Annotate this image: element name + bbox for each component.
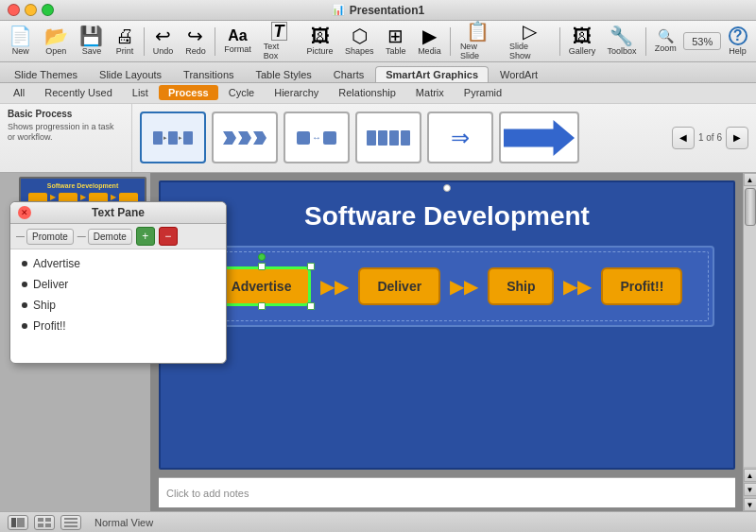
zoom-value-display[interactable]: 53% xyxy=(683,32,721,50)
smartart-diagram[interactable]: Advertise ▶▶ xyxy=(180,246,714,327)
text-pane-title: Text Pane xyxy=(92,206,145,219)
sa-tab-cycle[interactable]: Cycle xyxy=(219,85,265,100)
sa-tab-pyramid[interactable]: Pyramid xyxy=(455,85,511,100)
handle-bc[interactable] xyxy=(258,302,266,310)
toolbar-textbox[interactable]: T Text Box xyxy=(258,20,301,62)
slide-canvas[interactable]: Software Development Advertise xyxy=(159,180,735,470)
scroll-thumb[interactable] xyxy=(745,188,756,226)
flow-arrow-2: ▶▶ xyxy=(450,275,478,298)
handle-br[interactable] xyxy=(307,302,315,310)
maximize-button[interactable] xyxy=(42,4,54,16)
save-icon: 💾 xyxy=(79,26,103,45)
scroll-expand-down[interactable]: ▼ xyxy=(744,483,757,496)
sa-gallery-item-2[interactable] xyxy=(212,112,278,163)
promote-button[interactable]: Promote xyxy=(26,229,74,245)
tab-wordart[interactable]: WordArt xyxy=(490,66,548,82)
sa-next-button[interactable]: ▶ xyxy=(726,127,748,149)
svg-rect-6 xyxy=(64,518,77,520)
tab-charts[interactable]: Charts xyxy=(323,66,374,82)
toolbar-slideshow[interactable]: ▷ Slide Show xyxy=(504,20,555,62)
minimize-button[interactable] xyxy=(25,4,37,16)
view-normal-button[interactable] xyxy=(8,515,28,530)
toolbar-undo[interactable]: ↩ Undo xyxy=(147,25,178,58)
toolbar-shapes[interactable]: ⬡ Shapes xyxy=(340,25,379,58)
handle-tr[interactable] xyxy=(307,263,315,270)
toolbar-media[interactable]: ▶ Media xyxy=(413,25,446,58)
vertical-scrollbar[interactable]: ▲ ▲ ▼ ▼ xyxy=(743,173,756,511)
zoom-label: Zoom xyxy=(655,43,677,53)
notes-area[interactable]: Click to add notes xyxy=(159,477,735,507)
table-icon: ⊞ xyxy=(387,26,404,45)
handle-tc[interactable] xyxy=(258,263,266,270)
svg-rect-5 xyxy=(45,523,51,527)
toolbar-sep-5 xyxy=(645,27,646,56)
tp-item-3: Ship xyxy=(22,299,215,312)
remove-item-button[interactable]: − xyxy=(159,227,178,246)
scroll-track[interactable] xyxy=(744,186,756,467)
sa-tab-matrix[interactable]: Matrix xyxy=(406,85,454,100)
smartart-gallery-items: ▸ ▸ xyxy=(132,104,664,172)
toolbar-redo[interactable]: ↪ Redo xyxy=(180,25,211,58)
sa-tab-hierarchy[interactable]: Hierarchy xyxy=(265,85,328,100)
view-list-button[interactable] xyxy=(60,515,81,530)
smartart-description: Basic Process Shows progression in a tas… xyxy=(0,104,132,172)
tp-item-2: Deliver xyxy=(22,278,215,291)
rotate-handle[interactable] xyxy=(258,253,266,261)
tab-transitions[interactable]: Transitions xyxy=(173,66,244,82)
scroll-down-button[interactable]: ▼ xyxy=(744,498,757,511)
toolbar-format[interactable]: Aa Format xyxy=(219,26,256,56)
sa-tab-all[interactable]: All xyxy=(4,85,34,100)
main-area: 2 Software Development ▶ ▶ ▶ ✕ Text Pane xyxy=(0,173,756,511)
tab-table-styles[interactable]: Table Styles xyxy=(246,66,322,82)
sa-tab-list[interactable]: List xyxy=(123,85,158,100)
smartart-box-ship[interactable]: Ship xyxy=(488,267,554,305)
view-grid-button[interactable] xyxy=(34,515,55,530)
tab-slide-layouts[interactable]: Slide Layouts xyxy=(89,66,172,82)
sa-prev-button[interactable]: ◀ xyxy=(672,127,695,149)
zoom-icon: 🔍 xyxy=(658,29,674,43)
sa-gallery-item-arrow[interactable] xyxy=(499,112,579,163)
window-controls xyxy=(8,4,54,16)
smartart-box-profit[interactable]: Profit!! xyxy=(601,267,682,305)
open-icon: 📂 xyxy=(44,26,68,45)
toolbar-open[interactable]: 📂 Open xyxy=(40,25,74,58)
toolbar-table[interactable]: ⊞ Table xyxy=(381,25,411,58)
bullet-3 xyxy=(22,302,27,308)
tab-slide-themes[interactable]: Slide Themes xyxy=(4,66,88,82)
sa-gallery-item-1[interactable]: ▸ ▸ xyxy=(140,112,206,163)
sa-gallery-item-3[interactable]: ↔ xyxy=(284,112,350,163)
thumb-title: Software Development xyxy=(25,182,141,189)
notes-placeholder: Click to add notes xyxy=(166,488,249,499)
scroll-expand-up[interactable]: ▲ xyxy=(744,469,757,482)
newslide-icon: 📋 xyxy=(466,22,490,41)
picture-label: Picture xyxy=(307,46,334,56)
tab-smartart[interactable]: SmartArt Graphics xyxy=(375,66,489,82)
toolbar-new[interactable]: 📄 New xyxy=(4,25,38,58)
toolbar-sep-1 xyxy=(144,27,145,56)
svg-rect-4 xyxy=(38,523,43,527)
toolbar-newslide[interactable]: 📋 New Slide xyxy=(455,20,502,62)
toolbar-picture[interactable]: 🖼 Picture xyxy=(301,25,337,58)
close-button[interactable] xyxy=(8,4,20,16)
toolbar-help[interactable]: ? Help xyxy=(723,25,752,58)
text-pane: ✕ Text Pane — Promote — Demote + xyxy=(9,201,227,364)
toolbar-gallery[interactable]: 🖼 Gallery xyxy=(563,25,600,58)
scroll-up-button[interactable]: ▲ xyxy=(744,173,757,186)
toolbar-zoom[interactable]: 🔍 Zoom xyxy=(649,27,681,55)
media-label: Media xyxy=(418,46,441,56)
sa-tab-recently-used[interactable]: Recently Used xyxy=(35,85,122,100)
sa-tab-process[interactable]: Process xyxy=(159,85,218,100)
new-icon: 📄 xyxy=(9,26,32,45)
demote-button[interactable]: Demote xyxy=(88,229,132,245)
sa-tab-relationship[interactable]: Relationship xyxy=(329,85,405,100)
add-item-button[interactable]: + xyxy=(136,227,155,246)
slideshow-icon: ▷ xyxy=(523,22,537,41)
toolbar-save[interactable]: 💾 Save xyxy=(75,25,109,58)
sa-gallery-item-5[interactable]: ⇒ xyxy=(427,112,493,163)
flow-arrow-3: ▶▶ xyxy=(563,275,592,298)
toolbar-print[interactable]: 🖨 Print xyxy=(111,25,140,58)
smartart-box-deliver[interactable]: Deliver xyxy=(358,267,440,305)
text-pane-close[interactable]: ✕ xyxy=(18,206,31,219)
sa-gallery-item-4[interactable] xyxy=(355,112,421,163)
toolbar-toolbox[interactable]: 🔧 Toolbox xyxy=(602,25,641,58)
